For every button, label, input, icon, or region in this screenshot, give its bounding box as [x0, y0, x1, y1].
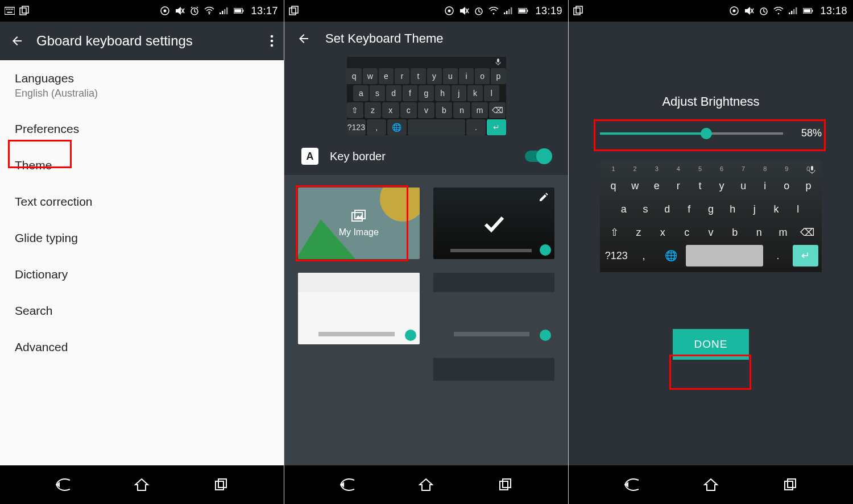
key-g: g [701, 198, 721, 220]
theme-tile-partial[interactable] [433, 358, 555, 381]
key-8: 8 [755, 164, 775, 173]
wifi-icon [773, 6, 784, 16]
status-clock: 13:18 [820, 5, 847, 17]
key-y: y [427, 68, 442, 84]
svg-rect-7 [20, 8, 26, 15]
keyboard-preview: qwertyuiop asdfghjkl ⇧zxcvbnm⌫ ?123,🌐.↵ [347, 57, 506, 135]
key-border-icon: A [301, 148, 318, 165]
key-d: d [657, 198, 677, 220]
sync-icon [160, 6, 170, 16]
status-bar: 13:19 [284, 0, 568, 22]
nav-home-icon[interactable] [131, 474, 152, 495]
key-🌐: 🌐 [659, 245, 684, 266]
key-h: h [435, 85, 450, 101]
svg-rect-17 [220, 13, 221, 14]
screen-adjust-brightness: 13:18 Adjust Brightness 58% 1234567890 q… [569, 0, 853, 504]
sync-icon [444, 6, 454, 16]
key-a: a [353, 85, 368, 101]
setting-dictionary[interactable]: Dictionary [0, 256, 284, 293]
svg-rect-3 [9, 9, 10, 10]
svg-rect-49 [503, 479, 511, 488]
nav-bar [0, 465, 284, 504]
svg-rect-38 [506, 11, 508, 14]
theme-tile-dark[interactable] [433, 273, 555, 344]
svg-line-15 [197, 7, 198, 8]
edit-icon[interactable] [539, 192, 549, 202]
multiwindow-icon [573, 6, 583, 16]
key-s: s [370, 85, 385, 101]
back-arrow-icon[interactable] [297, 32, 310, 45]
svg-rect-22 [235, 9, 242, 13]
svg-rect-43 [527, 10, 528, 12]
nav-recent-icon[interactable] [495, 474, 516, 495]
signal-icon [219, 6, 229, 16]
svg-rect-60 [793, 9, 795, 14]
back-arrow-icon[interactable] [10, 34, 24, 48]
svg-rect-40 [511, 7, 512, 14]
key-⌫: ⌫ [796, 222, 818, 243]
key-🌐: 🌐 [387, 119, 407, 135]
key-x: x [382, 102, 399, 118]
nav-back-icon[interactable] [52, 474, 73, 495]
nav-home-icon[interactable] [416, 474, 436, 495]
key-p: p [798, 175, 818, 197]
key-y: y [712, 175, 732, 197]
battery-icon [234, 6, 244, 16]
key-e: e [647, 175, 666, 197]
key-border-toggle[interactable] [525, 151, 551, 162]
key-j: j [452, 85, 467, 101]
svg-rect-20 [226, 7, 228, 14]
nav-back-icon[interactable] [621, 474, 641, 495]
key-n: n [453, 102, 470, 118]
svg-point-26 [271, 44, 274, 47]
theme-tile-light[interactable] [298, 273, 420, 344]
keyboard-icon [5, 6, 15, 16]
key-6: 6 [712, 164, 732, 173]
key-b: b [724, 222, 746, 243]
svg-rect-63 [804, 9, 811, 13]
key-↵: ↵ [793, 245, 818, 266]
nav-home-icon[interactable] [701, 474, 721, 495]
setting-search[interactable]: Search [0, 293, 284, 329]
multiwindow-icon [19, 6, 30, 16]
key-?123: ?123 [347, 119, 366, 135]
setting-advanced[interactable]: Advanced [0, 329, 284, 365]
svg-rect-61 [796, 7, 797, 14]
key-k: k [766, 198, 786, 220]
key-2: 2 [625, 164, 645, 173]
svg-rect-2 [7, 9, 9, 10]
screen-gboard-settings: 13:17 Gboard keyboard settings Languages… [0, 0, 284, 504]
theme-tile-photo[interactable] [433, 188, 555, 259]
svg-rect-58 [789, 13, 790, 14]
svg-rect-0 [5, 7, 15, 15]
svg-rect-68 [788, 479, 796, 488]
settings-list[interactable]: Languages English (Australia) Preference… [0, 60, 284, 465]
key-border-label: Key border [330, 150, 386, 163]
key-9: 9 [777, 164, 797, 173]
setting-languages[interactable]: Languages English (Australia) [0, 60, 284, 111]
svg-line-14 [191, 7, 192, 8]
svg-rect-28 [218, 479, 226, 488]
key-u: u [734, 175, 753, 197]
key-f: f [679, 198, 699, 220]
svg-rect-42 [519, 9, 526, 13]
svg-rect-44 [497, 59, 499, 63]
setting-text-correction[interactable]: Text correction [0, 184, 284, 220]
key-?123: ?123 [603, 245, 629, 266]
nav-back-icon[interactable] [337, 474, 357, 495]
my-image-label: My Image [339, 227, 379, 238]
overflow-menu-icon[interactable] [270, 35, 274, 47]
wifi-icon [488, 6, 499, 16]
alarm-icon [189, 6, 200, 16]
svg-point-53 [733, 10, 736, 13]
setting-glide-typing[interactable]: Glide typing [0, 220, 284, 256]
sync-icon [729, 6, 739, 16]
key-s: s [635, 198, 655, 220]
nav-recent-icon[interactable] [780, 474, 801, 495]
nav-recent-icon[interactable] [211, 474, 231, 495]
key-1: 1 [603, 164, 623, 173]
key-⇧: ⇧ [603, 222, 626, 243]
key-j: j [744, 198, 764, 220]
svg-point-24 [271, 35, 274, 38]
key-,: , [367, 119, 386, 135]
